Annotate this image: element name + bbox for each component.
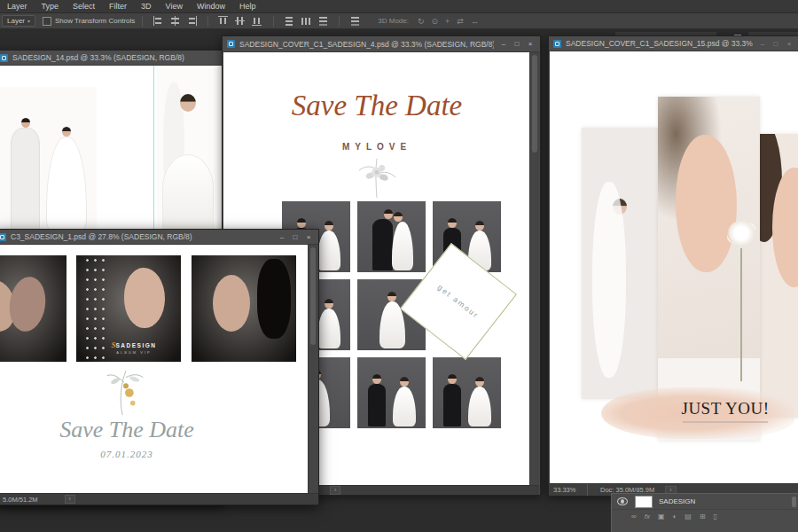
maximize-button[interactable]: □ (512, 40, 522, 48)
minimize-button[interactable]: – (277, 233, 287, 241)
groom-profile-photo (192, 255, 296, 362)
bride-face-photo-strip (760, 134, 798, 418)
3d-mode-label: 3D Mode: (378, 17, 409, 25)
just-you-block: JUST YOU! (654, 399, 796, 423)
bride-portrait-photo (157, 68, 219, 240)
layer-row[interactable]: SADESIGN (612, 494, 798, 510)
save-the-date-script: Save The Date (223, 90, 530, 122)
3d-slide-icon[interactable]: ⇄ (457, 17, 464, 26)
wedding-couple-photo (0, 87, 97, 238)
layer-thumbnail[interactable] (635, 496, 653, 508)
maximize-button[interactable]: □ (771, 40, 781, 48)
maximize-button[interactable]: □ (290, 233, 301, 241)
window-titlebar[interactable]: SADESIGN_14.psd @ 33.3% (SADESIGN, RGB/8… (0, 51, 223, 66)
menu-type[interactable]: Type (35, 2, 66, 11)
scrollbar-thumb[interactable] (310, 247, 316, 345)
3d-pan-icon[interactable]: + (445, 17, 450, 26)
photoshop-app: Layer Type Select Filter 3D View Window … (0, 0, 798, 532)
bride-head (180, 94, 196, 112)
olive-branch-ornament (99, 367, 153, 417)
window-titlebar[interactable]: SADESIGN_COVER_C1_SADESIGN_15.psd @ 33.3… (549, 36, 798, 51)
tool-preset-label: Layer (7, 17, 25, 25)
align-vertical-centers-icon[interactable] (235, 16, 246, 26)
delete-layer-icon[interactable]: ▯ (714, 513, 717, 520)
minimize-button[interactable]: – (498, 40, 509, 48)
bride-dress (162, 154, 215, 240)
scrollbar-thumb[interactable] (532, 55, 537, 153)
kiss-closeup-photo (0, 255, 66, 362)
just-you-headline: JUST YOU! (654, 399, 796, 419)
options-bar: Layer ▾ Show Transform Controls 3D Mode:… (0, 13, 798, 29)
distribute-horizontal-icon[interactable] (301, 16, 312, 26)
wedding-date: 07.01.2023 (0, 449, 260, 459)
photo-tile (433, 357, 501, 428)
menu-layer[interactable]: Layer (0, 2, 35, 11)
get-amour-label: get amour (436, 283, 481, 321)
layer-name[interactable]: SADESIGN (659, 497, 792, 505)
window-title: SADESIGN_14.psd @ 33.3% (SADESIGN, RGB/8… (12, 53, 218, 62)
vertical-scrollbar[interactable] (529, 52, 539, 486)
3d-roll-icon[interactable]: ⊙ (432, 17, 439, 26)
psd-file-icon (553, 40, 561, 48)
zoom-level-field[interactable]: 33.33% (549, 484, 588, 496)
groom-figure (368, 384, 386, 426)
status-options-chevron[interactable]: › (330, 486, 340, 495)
lips-detail (787, 276, 793, 278)
chevron-down-icon: ▾ (27, 18, 30, 24)
photo-tile (357, 201, 426, 272)
bride-figure (46, 137, 87, 233)
photo-tile (357, 357, 426, 428)
save-the-date-script: Save The Date (0, 417, 260, 443)
auto-align-icon[interactable] (349, 16, 361, 26)
bride-figure (393, 387, 416, 426)
link-layers-icon[interactable]: ∞ (631, 513, 637, 520)
align-horizontal-centers-icon[interactable] (169, 16, 181, 26)
divider (207, 16, 208, 27)
panel-scrollbar[interactable] (792, 497, 796, 507)
layer-visibility-eye-icon[interactable] (617, 497, 628, 505)
status-options-chevron[interactable]: › (65, 495, 75, 504)
layer-mask-icon[interactable]: ▣ (658, 513, 665, 520)
align-bottom-edges-icon[interactable] (252, 16, 263, 26)
divider (142, 16, 143, 27)
menu-3d[interactable]: 3D (134, 2, 159, 11)
3d-orbit-icon[interactable]: ↻ (418, 17, 425, 26)
groom-figure (443, 384, 461, 426)
tool-preset-dropdown[interactable]: Layer ▾ (2, 15, 35, 27)
sadesign-watermark: SSADESIGN ALBUM VIP (98, 335, 169, 355)
layers-panel: SADESIGN ∞ fx ▣ ◐ ▤ ⊞ ▯ (611, 493, 798, 532)
window-titlebar[interactable]: SADESIGN_COVER_C1_SADESIGN_4.psd @ 33.3%… (223, 36, 540, 52)
menu-select[interactable]: Select (66, 2, 102, 11)
align-right-edges-icon[interactable] (186, 16, 198, 26)
3d-scale-icon[interactable]: ↔ (471, 17, 479, 26)
menu-filter[interactable]: Filter (102, 2, 134, 11)
distribute-vertical-icon[interactable] (284, 16, 295, 26)
close-button[interactable]: × (784, 40, 794, 48)
menu-view[interactable]: View (159, 2, 190, 11)
new-group-icon[interactable]: ▤ (685, 513, 692, 520)
distribute-spacing-icon[interactable] (317, 16, 329, 26)
menu-window[interactable]: Window (190, 2, 232, 11)
layer-style-fx-icon[interactable]: fx (645, 513, 650, 520)
align-left-edges-icon[interactable] (153, 16, 164, 26)
bride-figure (392, 222, 414, 270)
close-button[interactable]: × (303, 233, 314, 241)
align-top-edges-icon[interactable] (218, 16, 230, 26)
vertical-scrollbar[interactable] (308, 245, 318, 494)
menu-help[interactable]: Help (232, 2, 263, 11)
new-layer-icon[interactable]: ⊞ (700, 513, 706, 520)
adjustment-layer-icon[interactable]: ◐ (673, 513, 677, 520)
minimize-button[interactable]: – (757, 40, 768, 48)
watermark-name: SADESIGN (116, 342, 157, 348)
show-transform-controls-checkbox[interactable] (43, 17, 51, 26)
close-button[interactable]: × (525, 40, 536, 48)
bride-figure (317, 309, 340, 348)
mylove-label: MYLOVE (223, 142, 530, 152)
window-title: C3_SADESIGN_1.psd @ 27.8% (SADESIGN, RGB… (11, 232, 272, 241)
window-c3-sadesign-1: C3_SADESIGN_1.psd @ 27.8% (SADESIGN, RGB… (0, 229, 319, 505)
eye-detail (685, 186, 691, 187)
window-titlebar[interactable]: C3_SADESIGN_1.psd @ 27.8% (SADESIGN, RGB… (0, 230, 318, 245)
layers-panel-toolbar: ∞ fx ▣ ◐ ▤ ⊞ ▯ (612, 510, 798, 523)
fine-print-line (683, 421, 768, 423)
document-size-readout: 5.0M/51.2M (0, 496, 38, 504)
